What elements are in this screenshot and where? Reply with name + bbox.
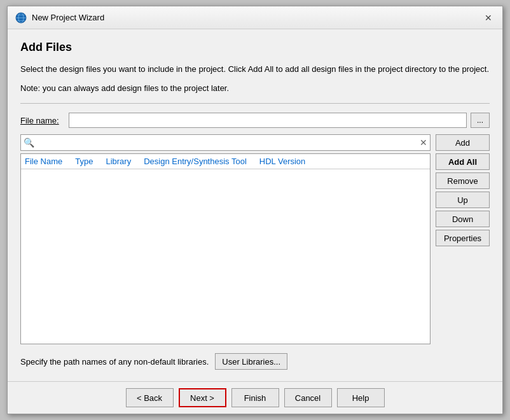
- remove-button[interactable]: Remove: [436, 172, 490, 189]
- down-button[interactable]: Down: [436, 211, 490, 227]
- bottom-text: Specify the path names of any non-defaul…: [20, 357, 209, 367]
- footer: < Back Next > Finish Cancel Help: [8, 381, 502, 414]
- file-name-input[interactable]: [69, 113, 467, 128]
- clear-search-button[interactable]: ✕: [420, 137, 427, 148]
- search-row: 🔍 ✕: [20, 134, 431, 151]
- description-text: Select the design files you want to incl…: [20, 63, 490, 76]
- help-button[interactable]: Help: [337, 388, 385, 407]
- search-input[interactable]: [37, 138, 420, 148]
- browse-button[interactable]: ...: [471, 113, 490, 128]
- title-bar-left: New Project Wizard: [15, 12, 104, 24]
- table-header: File Name Type Library Design Entry/Synt…: [21, 154, 430, 169]
- finish-button[interactable]: Finish: [231, 388, 279, 407]
- up-button[interactable]: Up: [436, 192, 490, 208]
- main-area: 🔍 ✕ File Name Type Library Design Entry/…: [20, 134, 490, 344]
- search-icon: 🔍: [24, 137, 34, 148]
- title-text: New Project Wizard: [32, 13, 104, 22]
- file-name-label: File name:: [20, 116, 65, 125]
- user-libraries-button[interactable]: User Libraries...: [215, 353, 287, 370]
- close-button[interactable]: ✕: [482, 11, 495, 24]
- col-library: Library: [106, 157, 131, 166]
- title-bar: New Project Wizard ✕: [8, 6, 502, 29]
- dialog: New Project Wizard ✕ Add Files Select th…: [7, 6, 503, 414]
- next-button[interactable]: Next >: [179, 388, 226, 407]
- add-button[interactable]: Add: [436, 134, 490, 151]
- col-type: Type: [75, 157, 93, 166]
- page-title: Add Files: [20, 41, 490, 54]
- content-area: Add Files Select the design files you wa…: [8, 29, 502, 381]
- right-buttons: Add Add All Remove Up Down Properties: [436, 134, 490, 344]
- file-name-row: File name: ...: [20, 113, 490, 128]
- col-file-name: File Name: [25, 157, 62, 166]
- col-design-entry: Design Entry/Synthesis Tool: [144, 157, 247, 166]
- back-button[interactable]: < Back: [126, 388, 174, 407]
- app-icon: [15, 12, 27, 24]
- note-text: Note: you can always add design files to…: [20, 82, 490, 95]
- bottom-section: Specify the path names of any non-defaul…: [20, 353, 490, 370]
- add-all-button[interactable]: Add All: [436, 153, 490, 170]
- left-panel: 🔍 ✕ File Name Type Library Design Entry/…: [20, 134, 431, 344]
- cancel-button[interactable]: Cancel: [284, 388, 332, 407]
- col-hdl-version: HDL Version: [259, 157, 306, 166]
- divider: [20, 103, 490, 104]
- file-table: File Name Type Library Design Entry/Synt…: [20, 153, 431, 344]
- properties-button[interactable]: Properties: [436, 230, 490, 246]
